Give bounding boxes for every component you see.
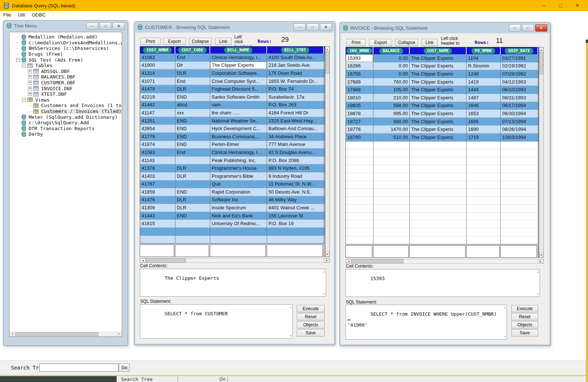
collapse-button[interactable]: Collapse [395,39,418,46]
scroll-down-icon[interactable]: ▼ [290,334,292,338]
grid-cell[interactable]: DLR [175,172,210,180]
table-row[interactable]: 42654ENDHyck Development C...Balltown An… [140,125,325,133]
grid-cell[interactable]: 0.00 [373,62,410,70]
grid-cell[interactable]: 1690 [467,125,501,133]
append-row-cell[interactable] [500,245,537,258]
table-row[interactable]: 41874ENDPerkin-Elmer777 Main Avenue [140,141,325,149]
grid-cell[interactable]: Dlr [175,62,210,70]
column-header[interactable]: CUST_NAME [410,47,467,54]
scroll-right-button[interactable]: ► [324,258,329,262]
scrollbar-track[interactable] [15,332,116,336]
grid-cell[interactable] [175,220,210,228]
grid-cell[interactable]: Peak Publishing, Inc. [210,157,267,165]
grid-cell[interactable]: Foghead Discount S... [210,85,267,93]
grid-cell[interactable]: The Clipper Experts [410,54,467,62]
grid-cell[interactable]: The Clipper Experts [410,110,467,118]
grid-cell[interactable]: 980.00 [373,118,410,126]
grid-cell[interactable]: The Clipper Experts [410,102,467,110]
scroll-down-icon[interactable]: ▼ [504,335,506,338]
grid-cell[interactable]: End [175,148,210,157]
grid-cell[interactable]: 1646 [467,102,501,110]
grid-cell[interactable]: 155 Lacrosse St. [267,212,324,220]
append-row-cell[interactable] [466,245,500,258]
grid-cell[interactable]: Programmer's Bible [210,172,267,180]
maximize-button[interactable]: □ [99,22,112,30]
grid-cell[interactable]: 4100 South Drew Av... [267,54,324,62]
grid-cell[interactable]: 218 Jan Seeds Ave. [267,62,324,70]
grid-cell[interactable]: 1665 [467,118,501,126]
grid-cell[interactable]: 41309 [140,204,175,212]
grid-cell[interactable]: DLR [175,69,210,77]
grid-cell[interactable]: Nick and Ed's Bank [210,212,267,220]
grid-cell[interactable]: 41859 [140,188,175,196]
grid-cell[interactable]: 1487 [467,94,501,102]
save-button[interactable]: Save [297,329,325,337]
reset-button[interactable]: Reset [511,313,538,320]
table-row[interactable]: 18010210.00The Clipper Experts148708/31/… [346,94,538,102]
column-header[interactable]: BILL_STRT [267,47,324,54]
save-button[interactable]: Save [511,329,538,337]
grid-cell[interactable]: Corporation Software... [210,69,267,77]
scrollbar-thumb[interactable] [539,52,543,74]
grid-cell[interactable]: The Clipper Experts [410,62,467,70]
grid-cell[interactable]: 18790 [346,133,373,142]
tree-item[interactable]: Customers and Invoices (1 to [10,103,122,109]
grid-cell[interactable]: Que [210,180,267,188]
table-row[interactable]: 41615University Of Redmo...P.O. Box 19 [140,220,325,228]
grid-cell[interactable]: The Clipper Experts [410,118,467,126]
column-header[interactable]: CUST_CODE [175,47,210,54]
grid-cell[interactable]: 4164 Forest Hill Dr. [267,109,324,117]
scrollbar-thumb[interactable] [351,259,403,263]
grid-cell[interactable]: 9 Industry Road [267,172,324,180]
tree-item[interactable]: +ADSSQL.DBF [10,69,122,74]
column-header[interactable]: SHIP_DATE [501,47,538,54]
table-row[interactable]: 17689760.00The Clipper Experts141904/12/… [346,78,538,86]
scrollbar-track[interactable] [351,259,538,263]
grid-cell[interactable] [175,157,210,165]
table-row[interactable]: 41479DLRFoghead Discount S...P.O. Box 74 [140,85,325,93]
grid-cell[interactable]: P.O. Box 19 [267,220,324,228]
column-header[interactable]: CUST_NMBR [140,47,175,54]
table-row[interactable]: 187761470.00The Clipper Experts169008/26… [346,125,538,133]
scrollbar-thumb[interactable] [325,52,329,74]
grid-cell[interactable]: 41251 [140,117,175,125]
scrollbar-thumb[interactable] [146,258,186,262]
table-row[interactable]: 167550.00The Clipper Experts124807/29/19… [346,70,538,78]
scroll-left-button[interactable]: ◄ [346,259,351,263]
grid-cell[interactable]: The Clipper Experts [410,86,467,94]
grid-cell[interactable]: The Clipper Experts [210,62,267,70]
append-row-cell[interactable] [175,245,209,257]
grid-cell[interactable]: The Clipper Experts [410,125,467,133]
table-row[interactable]: 42219ENDSanko Software GmbhSurabellastr.… [140,93,325,101]
expand-icon[interactable]: + [28,81,32,85]
grid-cell[interactable]: 175 Dean Road [267,69,324,77]
table-row[interactable]: 41900DlrThe Clipper Experts218 Jan Seeds… [140,62,325,70]
grid-cell[interactable]: 41767 [140,180,175,188]
expand-icon[interactable]: + [28,69,32,73]
tree-item[interactable]: c:\medalion\DrivesAndMedallions.ad [10,40,122,46]
table-row[interactable]: 41147xxxthe sham .....4164 Forest Hill D… [140,109,325,117]
tree-item[interactable]: −Tables [10,63,122,69]
export-button[interactable]: Export [163,38,186,45]
tree-item[interactable]: Drugs (Free) [10,51,122,57]
table-row[interactable]: 41859ENDRapid Corporation50 Desoto Ave. … [140,188,325,196]
grid-cell[interactable]: 210.00 [373,94,410,102]
grid-cell[interactable]: DLR [175,85,210,93]
grid-cell[interactable]: 06/30/1994 [501,110,538,118]
table-row[interactable]: 41476DLRSoftware Inc.46 Milky Way [140,196,325,204]
append-row-cell[interactable] [140,245,174,257]
table-row[interactable]: 18727980.00The Clipper Experts166507/13/… [346,118,538,126]
grid-cell[interactable] [175,180,210,188]
grid-cell[interactable]: 18776 [346,125,373,133]
table-row[interactable]: 162660.00The Clipper ExpertsR.Stromin02/… [346,62,538,70]
grid-cell[interactable]: 41147 [140,109,175,117]
grid-cell[interactable]: Perkin-Elmer [210,141,267,149]
grid-cell[interactable]: END [175,212,210,220]
collapse-icon[interactable]: − [22,63,26,67]
scrollbar-track[interactable] [325,52,329,251]
grid-cell[interactable]: 08/26/1994 [501,125,538,133]
grid-cell[interactable]: P.O. Box 74 [267,85,324,93]
grid-cell[interactable]: 777 Main Avenue [267,141,324,149]
vertical-scrollbar[interactable]: ▲▼ [539,47,544,258]
grid-cell[interactable]: The Clipper Experts [410,94,467,102]
